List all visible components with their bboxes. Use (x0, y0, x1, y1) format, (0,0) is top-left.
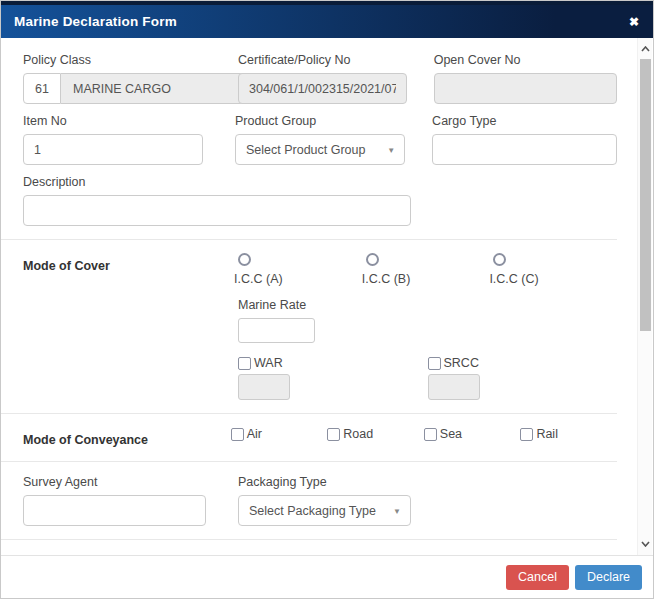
loading-at-label: Loading At (238, 553, 411, 556)
policy-class-group (23, 73, 206, 104)
checkbox-sea-label: Sea (440, 427, 462, 441)
field-source: Source --Choose Source ▼ (23, 553, 206, 556)
checkbox-icon[interactable] (327, 428, 340, 441)
marine-declaration-modal: Marine Declaration Form ✖ Policy Class C… (0, 0, 654, 599)
field-loading-at: Loading At Select an Option ▼ (238, 553, 411, 556)
checkbox-air-label: Air (247, 427, 262, 441)
row-description: Description (23, 175, 617, 226)
field-srcc: SRCC (428, 356, 618, 400)
war-checkbox-row[interactable]: WAR (238, 356, 428, 370)
scroll-down-icon[interactable] (638, 537, 652, 551)
item-no-input[interactable] (23, 134, 203, 165)
product-group-select[interactable]: Select Product Group ▼ (235, 134, 405, 165)
checkbox-icon[interactable] (231, 428, 244, 441)
row-mode-of-cover: Mode of Cover I.C.C (A) I.C.C (B) I.C.C … (23, 253, 617, 287)
item-no-label: Item No (23, 114, 203, 129)
scroll-up-icon[interactable] (638, 42, 652, 56)
row-policy: Policy Class Certificate/Policy No Open … (23, 53, 617, 104)
divider (1, 413, 617, 414)
certificate-policy-no-input (238, 73, 407, 104)
radio-icc-a[interactable]: I.C.C (A) (234, 253, 362, 287)
field-description: Description (23, 175, 411, 226)
srcc-label: SRCC (444, 356, 479, 370)
vertical-scrollbar[interactable] (637, 38, 652, 555)
checkbox-icon[interactable] (428, 357, 441, 370)
mode-of-cover-label: Mode of Cover (23, 259, 110, 273)
policy-class-name-input (61, 73, 247, 104)
certificate-policy-no-label: Certificate/Policy No (238, 53, 407, 68)
marine-rate-label: Marine Rate (238, 298, 617, 313)
field-survey-agent: Survey Agent (23, 475, 206, 526)
radio-icc-b[interactable]: I.C.C (B) (362, 253, 490, 287)
mode-of-cover-label-cell: Mode of Cover (23, 253, 234, 287)
field-certificate-policy-no: Certificate/Policy No (238, 53, 407, 104)
divider (1, 461, 617, 462)
cargo-type-label: Cargo Type (432, 114, 617, 129)
radio-icon[interactable] (238, 253, 251, 266)
radio-icc-a-label: I.C.C (A) (234, 272, 283, 286)
checkbox-road[interactable]: Road (327, 427, 424, 441)
open-cover-no-input (434, 73, 617, 104)
field-cargo-type: Cargo Type (432, 114, 617, 165)
scrollbar-thumb[interactable] (640, 59, 651, 331)
checkbox-icon[interactable] (520, 428, 533, 441)
field-packaging-type: Packaging Type Select Packaging Type ▼ (238, 475, 411, 526)
cancel-button[interactable]: Cancel (506, 565, 569, 591)
field-item-no: Item No (23, 114, 203, 165)
declare-button[interactable]: Declare (575, 565, 642, 591)
modal-body: Policy Class Certificate/Policy No Open … (1, 38, 653, 556)
checkbox-rail[interactable]: Rail (520, 427, 617, 441)
radio-icc-c-label: I.C.C (C) (489, 272, 538, 286)
packaging-type-label: Packaging Type (238, 475, 411, 490)
checkbox-icon[interactable] (424, 428, 437, 441)
source-label: Source (23, 553, 206, 556)
close-icon[interactable]: ✖ (629, 16, 639, 28)
checkbox-sea[interactable]: Sea (424, 427, 521, 441)
divider (1, 539, 617, 540)
srcc-checkbox-row[interactable]: SRCC (428, 356, 618, 370)
packaging-type-select[interactable]: Select Packaging Type ▼ (238, 495, 411, 526)
srcc-rate-input (428, 374, 480, 400)
radio-icc-c[interactable]: I.C.C (C) (489, 253, 617, 287)
field-marine-rate: Marine Rate (238, 298, 617, 343)
row-item: Item No Product Group Select Product Gro… (23, 114, 617, 165)
modal-title: Marine Declaration Form (14, 14, 177, 29)
war-label: WAR (254, 356, 283, 370)
cargo-type-input[interactable] (432, 134, 617, 165)
modal-header: Marine Declaration Form ✖ (1, 1, 653, 38)
checkbox-air[interactable]: Air (231, 427, 328, 441)
survey-agent-label: Survey Agent (23, 475, 206, 490)
policy-class-code-input[interactable] (23, 73, 61, 104)
row-war-srcc: WAR SRCC (238, 356, 617, 400)
mode-of-conveyance-label-cell: Mode of Conveyance (23, 427, 231, 448)
radio-icon[interactable] (493, 253, 506, 266)
description-label: Description (23, 175, 411, 190)
radio-icc-b-label: I.C.C (B) (362, 272, 411, 286)
chevron-down-icon: ▼ (393, 506, 401, 515)
divider (1, 239, 617, 240)
description-input[interactable] (23, 195, 411, 226)
packaging-type-selected-value: Select Packaging Type (249, 504, 376, 518)
field-product-group: Product Group Select Product Group ▼ (235, 114, 405, 165)
field-open-cover-no: Open Cover No (434, 53, 617, 104)
policy-class-label: Policy Class (23, 53, 206, 68)
chevron-down-icon: ▼ (387, 145, 395, 154)
field-policy-class: Policy Class (23, 53, 206, 104)
mode-of-conveyance-label: Mode of Conveyance (23, 433, 148, 447)
checkbox-rail-label: Rail (536, 427, 558, 441)
survey-agent-input[interactable] (23, 495, 206, 526)
row-survey-packaging: Survey Agent Packaging Type Select Packa… (23, 475, 617, 526)
war-rate-input (238, 374, 290, 400)
marine-rate-input[interactable] (238, 318, 315, 343)
modal-footer: Cancel Declare (1, 556, 653, 599)
checkbox-icon[interactable] (238, 357, 251, 370)
checkbox-road-label: Road (343, 427, 373, 441)
field-war: WAR (238, 356, 428, 400)
open-cover-no-label: Open Cover No (434, 53, 617, 68)
product-group-label: Product Group (235, 114, 405, 129)
radio-icon[interactable] (366, 253, 379, 266)
row-source-loading: Source --Choose Source ▼ Loading At Sele… (23, 553, 617, 556)
product-group-selected-value: Select Product Group (246, 143, 366, 157)
row-mode-of-conveyance: Mode of Conveyance Air Road Sea (23, 427, 617, 448)
